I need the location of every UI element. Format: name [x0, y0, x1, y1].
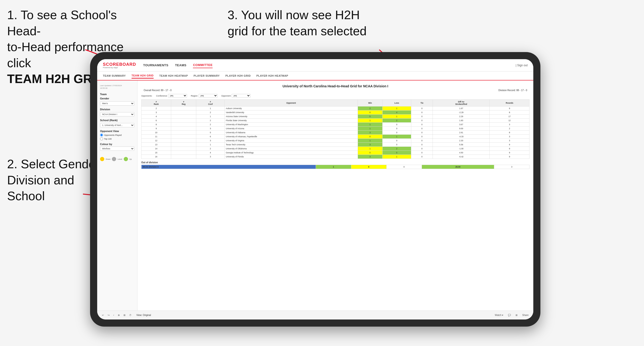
ood-loss: 0: [351, 165, 386, 169]
cell-loss: 0: [382, 127, 411, 131]
cell-loss: 2: [382, 119, 411, 123]
subnav-team-summary[interactable]: TEAM SUMMARY: [103, 73, 126, 78]
subnav-team-h2h-grid[interactable]: TEAM H2H GRID: [132, 73, 154, 79]
cell-rounds: 9: [490, 147, 530, 151]
legend-down-label: Down: [106, 158, 110, 160]
cell-rank: 2: [142, 107, 171, 111]
cell-diff: 3.67: [433, 123, 490, 127]
conference-filter: Conference (All): [156, 94, 187, 98]
cell-diff: 1.67: [433, 107, 490, 111]
cell-conf: 2: [196, 147, 224, 151]
cell-reg: [171, 123, 196, 127]
time-btn[interactable]: ⏱: [128, 313, 132, 317]
opponent-select[interactable]: (All): [232, 94, 250, 98]
conference-filter-label: Conference: [156, 95, 167, 97]
nav-committee[interactable]: COMMITTEE: [193, 62, 212, 68]
ood-diff: 26.00: [422, 165, 494, 169]
legend-row: Down Level Up: [100, 157, 134, 161]
cell-conf: 2: [196, 111, 224, 115]
cell-conf: 1: [196, 107, 224, 111]
cell-opponent: Texas Tech University: [224, 143, 358, 147]
cell-rounds: 9: [490, 151, 530, 155]
filter-row: Opponents: Conference (All) Region (All): [141, 94, 530, 98]
cell-diff: 5.56: [433, 143, 490, 147]
cell-win: 0: [358, 111, 382, 115]
cell-tie: 0: [411, 127, 433, 131]
cell-reg: [171, 131, 196, 135]
cell-tie: 0: [411, 131, 433, 135]
grid-btn[interactable]: ⊞: [514, 313, 518, 317]
division-select[interactable]: NCAA Division I: [100, 112, 134, 116]
conference-select[interactable]: (All): [168, 94, 187, 98]
cell-opponent: University of Oklahoma: [224, 147, 358, 151]
cell-loss: 5: [382, 151, 411, 155]
cell-rounds: 3: [490, 135, 530, 139]
undo-btn[interactable]: ↩: [101, 313, 105, 317]
nav-sign-out[interactable]: | Sign out: [516, 64, 528, 67]
cell-tie: 0: [411, 107, 433, 111]
subnav-player-summary[interactable]: PLAYER SUMMARY: [194, 73, 220, 78]
ood-win: 1: [316, 165, 351, 169]
cell-rounds: 12: [490, 119, 530, 123]
cell-tie: 0: [411, 151, 433, 155]
nav-bar: SCOREBOARD Powered by clippi TOURNAMENTS…: [97, 59, 533, 71]
redo-btn[interactable]: ↪: [107, 313, 110, 317]
subnav-team-h2h-heatmap[interactable]: TEAM H2H HEATMAP: [159, 73, 188, 78]
left-panel: Last Updated: 27/03/2024 16:55:38 Team G…: [97, 80, 138, 311]
col-rank: #Rank: [142, 100, 171, 107]
grid-records: Overall Record: 89 - 17 - 0 Division Rec…: [141, 89, 530, 92]
legend-up-circle: [124, 157, 128, 161]
ood-table: NCAA Division II 1 0 0 26.00 3: [141, 165, 530, 169]
cell-loss: 0: [382, 131, 411, 135]
subnav-player-h2h-grid[interactable]: PLAYER H2H GRID: [226, 73, 251, 78]
top-100-radio[interactable]: [100, 137, 103, 140]
cell-win: 1: [358, 147, 382, 151]
opponents-played-option: Opponents Played: [100, 134, 134, 137]
toolbar-right: Watch ▾ 💬 ⊞ Share: [494, 313, 530, 317]
col-win: Win: [358, 100, 382, 107]
opponents-played-radio[interactable]: [100, 134, 103, 137]
nav-teams[interactable]: TEAMS: [175, 62, 186, 68]
subnav-player-h2h-heatmap[interactable]: PLAYER H2H HEATMAP: [256, 73, 288, 78]
cell-rank: 9: [142, 127, 171, 131]
gender-select[interactable]: Men's: [100, 101, 134, 106]
school-select[interactable]: 1. University of Nort...: [100, 123, 134, 127]
nav-tournaments[interactable]: TOURNAMENTS: [143, 62, 168, 68]
cell-win: 1: [358, 119, 382, 123]
cell-reg: [171, 155, 196, 159]
top-100-option: Top 100: [100, 137, 134, 140]
zoom-btn[interactable]: ⊞: [122, 313, 126, 317]
cell-reg: [171, 139, 196, 143]
comment-btn[interactable]: 💬: [507, 313, 512, 317]
cell-rank: 14: [142, 147, 171, 151]
watch-btn[interactable]: Watch ▾: [494, 313, 504, 317]
legend-up-label: Up: [130, 158, 132, 160]
cell-opponent: University of Washington: [224, 123, 358, 127]
cell-rank: 3: [142, 111, 171, 115]
out-of-division-label: Out of division: [141, 161, 530, 164]
grid-title: University of North Carolina Head-to-Hea…: [141, 84, 530, 88]
cell-conf: 2: [196, 123, 224, 127]
table-row: 16 3 University of Florida 3 1 0 -6.42 9: [142, 155, 530, 159]
region-select[interactable]: (All): [199, 94, 218, 98]
bottom-toolbar: ↩ ↪ ‹ ⊕ ⊞ ⏱ View: Original Watch ▾ 💬 ⊞ S…: [97, 311, 533, 320]
cell-win: 0: [358, 151, 382, 155]
overall-record: Overall Record: 89 - 17 - 0: [144, 89, 172, 92]
cell-reg: [171, 107, 196, 111]
cell-tie: 0: [411, 111, 433, 115]
division-record: Division Record: 88 - 17 - 0: [498, 89, 527, 92]
table-row: 12 3 University of Virginia 1 0 0 2.33 3: [142, 139, 530, 143]
opponents-played-label: Opponents Played: [104, 134, 122, 136]
share-btn[interactable]: Share: [521, 313, 530, 317]
fwd-btn[interactable]: ⊕: [117, 313, 121, 317]
tablet: SCOREBOARD Powered by clippi TOURNAMENTS…: [90, 52, 540, 327]
back-btn[interactable]: ‹: [112, 313, 115, 317]
cell-win: 1: [358, 127, 382, 131]
annotation-mid-line1: 2. Select Gender,: [7, 157, 102, 171]
table-row: 9 3 University of Arizona 1 0 0 9.00 2: [142, 127, 530, 131]
nav-links: TOURNAMENTS TEAMS COMMITTEE: [143, 62, 516, 68]
colour-by-select[interactable]: Win/loss: [100, 147, 134, 151]
cell-loss: 1: [382, 155, 411, 159]
cell-diff: 9.00: [433, 127, 490, 131]
cell-diff: 4.50: [433, 151, 490, 155]
